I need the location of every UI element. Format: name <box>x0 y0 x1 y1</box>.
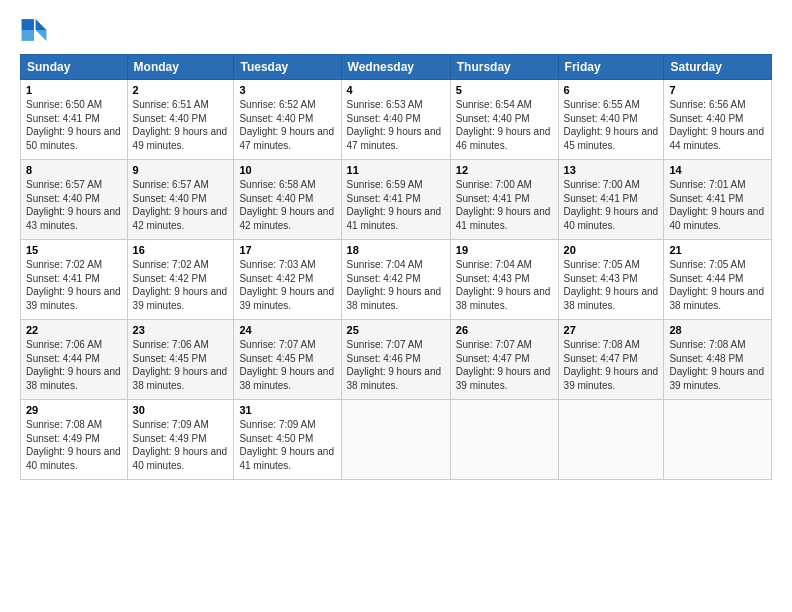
calendar-cell <box>558 400 664 480</box>
day-number: 13 <box>564 164 659 176</box>
calendar-cell: 6Sunrise: 6:55 AMSunset: 4:40 PMDaylight… <box>558 80 664 160</box>
day-number: 3 <box>239 84 335 96</box>
day-info: Sunrise: 6:50 AMSunset: 4:41 PMDaylight:… <box>26 99 121 151</box>
day-number: 31 <box>239 404 335 416</box>
calendar-cell: 15Sunrise: 7:02 AMSunset: 4:41 PMDayligh… <box>21 240 128 320</box>
calendar-header: Sunday Monday Tuesday Wednesday Thursday… <box>21 55 772 80</box>
day-info: Sunrise: 7:03 AMSunset: 4:42 PMDaylight:… <box>239 259 334 311</box>
day-number: 11 <box>347 164 445 176</box>
calendar-week-1: 1Sunrise: 6:50 AMSunset: 4:41 PMDaylight… <box>21 80 772 160</box>
calendar-cell: 30Sunrise: 7:09 AMSunset: 4:49 PMDayligh… <box>127 400 234 480</box>
day-info: Sunrise: 7:05 AMSunset: 4:43 PMDaylight:… <box>564 259 659 311</box>
day-info: Sunrise: 6:57 AMSunset: 4:40 PMDaylight:… <box>133 179 228 231</box>
col-tuesday: Tuesday <box>234 55 341 80</box>
calendar-week-2: 8Sunrise: 6:57 AMSunset: 4:40 PMDaylight… <box>21 160 772 240</box>
day-info: Sunrise: 7:09 AMSunset: 4:49 PMDaylight:… <box>133 419 228 471</box>
calendar-cell: 3Sunrise: 6:52 AMSunset: 4:40 PMDaylight… <box>234 80 341 160</box>
col-monday: Monday <box>127 55 234 80</box>
day-number: 17 <box>239 244 335 256</box>
day-info: Sunrise: 7:08 AMSunset: 4:48 PMDaylight:… <box>669 339 764 391</box>
calendar-cell: 13Sunrise: 7:00 AMSunset: 4:41 PMDayligh… <box>558 160 664 240</box>
calendar-cell: 1Sunrise: 6:50 AMSunset: 4:41 PMDaylight… <box>21 80 128 160</box>
calendar-cell: 26Sunrise: 7:07 AMSunset: 4:47 PMDayligh… <box>450 320 558 400</box>
calendar-cell: 17Sunrise: 7:03 AMSunset: 4:42 PMDayligh… <box>234 240 341 320</box>
day-info: Sunrise: 6:59 AMSunset: 4:41 PMDaylight:… <box>347 179 442 231</box>
day-number: 5 <box>456 84 553 96</box>
day-number: 4 <box>347 84 445 96</box>
calendar-cell: 23Sunrise: 7:06 AMSunset: 4:45 PMDayligh… <box>127 320 234 400</box>
header-row: Sunday Monday Tuesday Wednesday Thursday… <box>21 55 772 80</box>
day-info: Sunrise: 7:05 AMSunset: 4:44 PMDaylight:… <box>669 259 764 311</box>
calendar-cell: 8Sunrise: 6:57 AMSunset: 4:40 PMDaylight… <box>21 160 128 240</box>
calendar-cell: 11Sunrise: 6:59 AMSunset: 4:41 PMDayligh… <box>341 160 450 240</box>
calendar-cell: 24Sunrise: 7:07 AMSunset: 4:45 PMDayligh… <box>234 320 341 400</box>
day-info: Sunrise: 6:58 AMSunset: 4:40 PMDaylight:… <box>239 179 334 231</box>
col-saturday: Saturday <box>664 55 772 80</box>
day-number: 29 <box>26 404 122 416</box>
day-info: Sunrise: 6:52 AMSunset: 4:40 PMDaylight:… <box>239 99 334 151</box>
day-info: Sunrise: 7:00 AMSunset: 4:41 PMDaylight:… <box>564 179 659 231</box>
calendar-week-5: 29Sunrise: 7:08 AMSunset: 4:49 PMDayligh… <box>21 400 772 480</box>
day-info: Sunrise: 7:07 AMSunset: 4:47 PMDaylight:… <box>456 339 551 391</box>
day-info: Sunrise: 7:08 AMSunset: 4:49 PMDaylight:… <box>26 419 121 471</box>
day-info: Sunrise: 7:01 AMSunset: 4:41 PMDaylight:… <box>669 179 764 231</box>
day-number: 12 <box>456 164 553 176</box>
day-info: Sunrise: 6:57 AMSunset: 4:40 PMDaylight:… <box>26 179 121 231</box>
calendar-week-4: 22Sunrise: 7:06 AMSunset: 4:44 PMDayligh… <box>21 320 772 400</box>
day-number: 25 <box>347 324 445 336</box>
day-number: 22 <box>26 324 122 336</box>
day-number: 21 <box>669 244 766 256</box>
calendar-cell: 22Sunrise: 7:06 AMSunset: 4:44 PMDayligh… <box>21 320 128 400</box>
svg-rect-4 <box>22 30 34 41</box>
day-info: Sunrise: 7:09 AMSunset: 4:50 PMDaylight:… <box>239 419 334 471</box>
day-number: 30 <box>133 404 229 416</box>
calendar-cell: 10Sunrise: 6:58 AMSunset: 4:40 PMDayligh… <box>234 160 341 240</box>
page: Sunday Monday Tuesday Wednesday Thursday… <box>0 0 792 612</box>
calendar-table: Sunday Monday Tuesday Wednesday Thursday… <box>20 54 772 480</box>
day-number: 16 <box>133 244 229 256</box>
calendar-cell: 29Sunrise: 7:08 AMSunset: 4:49 PMDayligh… <box>21 400 128 480</box>
calendar-cell: 25Sunrise: 7:07 AMSunset: 4:46 PMDayligh… <box>341 320 450 400</box>
day-number: 23 <box>133 324 229 336</box>
day-info: Sunrise: 7:06 AMSunset: 4:44 PMDaylight:… <box>26 339 121 391</box>
calendar-cell: 27Sunrise: 7:08 AMSunset: 4:47 PMDayligh… <box>558 320 664 400</box>
calendar-cell: 31Sunrise: 7:09 AMSunset: 4:50 PMDayligh… <box>234 400 341 480</box>
day-number: 27 <box>564 324 659 336</box>
day-info: Sunrise: 7:08 AMSunset: 4:47 PMDaylight:… <box>564 339 659 391</box>
calendar-cell: 21Sunrise: 7:05 AMSunset: 4:44 PMDayligh… <box>664 240 772 320</box>
svg-rect-3 <box>22 19 34 30</box>
day-info: Sunrise: 6:55 AMSunset: 4:40 PMDaylight:… <box>564 99 659 151</box>
calendar-body: 1Sunrise: 6:50 AMSunset: 4:41 PMDaylight… <box>21 80 772 480</box>
col-thursday: Thursday <box>450 55 558 80</box>
calendar-cell: 28Sunrise: 7:08 AMSunset: 4:48 PMDayligh… <box>664 320 772 400</box>
calendar-cell: 20Sunrise: 7:05 AMSunset: 4:43 PMDayligh… <box>558 240 664 320</box>
day-info: Sunrise: 6:56 AMSunset: 4:40 PMDaylight:… <box>669 99 764 151</box>
day-number: 9 <box>133 164 229 176</box>
day-number: 8 <box>26 164 122 176</box>
day-info: Sunrise: 7:04 AMSunset: 4:42 PMDaylight:… <box>347 259 442 311</box>
calendar-cell <box>664 400 772 480</box>
day-number: 10 <box>239 164 335 176</box>
day-info: Sunrise: 7:07 AMSunset: 4:45 PMDaylight:… <box>239 339 334 391</box>
header <box>20 16 772 44</box>
day-info: Sunrise: 7:00 AMSunset: 4:41 PMDaylight:… <box>456 179 551 231</box>
calendar-cell: 18Sunrise: 7:04 AMSunset: 4:42 PMDayligh… <box>341 240 450 320</box>
calendar-cell <box>450 400 558 480</box>
day-number: 26 <box>456 324 553 336</box>
day-info: Sunrise: 7:04 AMSunset: 4:43 PMDaylight:… <box>456 259 551 311</box>
day-number: 1 <box>26 84 122 96</box>
day-info: Sunrise: 7:06 AMSunset: 4:45 PMDaylight:… <box>133 339 228 391</box>
day-info: Sunrise: 6:54 AMSunset: 4:40 PMDaylight:… <box>456 99 551 151</box>
day-number: 7 <box>669 84 766 96</box>
day-number: 24 <box>239 324 335 336</box>
day-info: Sunrise: 6:53 AMSunset: 4:40 PMDaylight:… <box>347 99 442 151</box>
day-number: 28 <box>669 324 766 336</box>
day-number: 20 <box>564 244 659 256</box>
day-info: Sunrise: 6:51 AMSunset: 4:40 PMDaylight:… <box>133 99 228 151</box>
col-wednesday: Wednesday <box>341 55 450 80</box>
calendar-cell: 19Sunrise: 7:04 AMSunset: 4:43 PMDayligh… <box>450 240 558 320</box>
day-number: 2 <box>133 84 229 96</box>
col-friday: Friday <box>558 55 664 80</box>
day-info: Sunrise: 7:02 AMSunset: 4:41 PMDaylight:… <box>26 259 121 311</box>
col-sunday: Sunday <box>21 55 128 80</box>
